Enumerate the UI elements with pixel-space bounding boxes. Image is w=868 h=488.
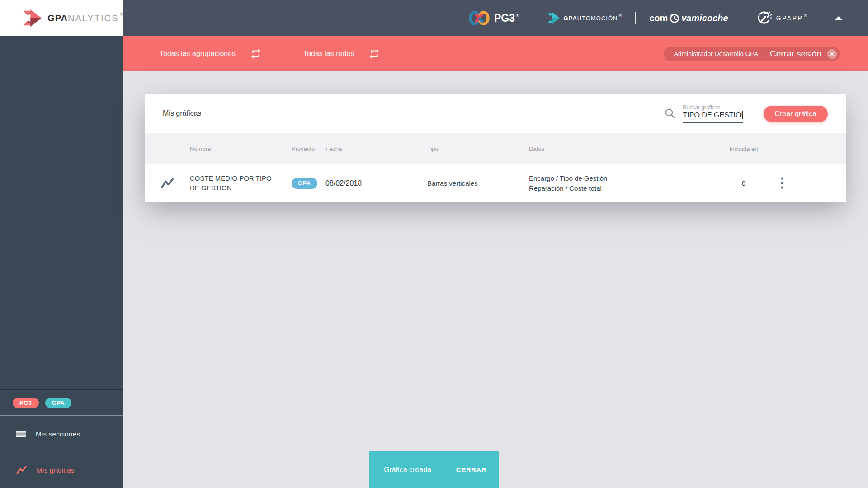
logo-reg-mark: ® — [120, 12, 123, 17]
sidebar-badges-row: PG3 GPA — [0, 389, 123, 415]
search-icon[interactable] — [664, 108, 676, 121]
header-divider — [821, 12, 821, 24]
comprova-pre: com — [649, 13, 668, 23]
col-header-nombre: Nombre — [190, 145, 292, 152]
gpa-analytics-wordmark: GPANALYTICS® — [47, 13, 123, 23]
collapse-arrow-icon[interactable] — [835, 16, 843, 20]
close-icon[interactable] — [827, 49, 837, 59]
comprova-mid: vami — [681, 13, 702, 23]
table-row[interactable]: COSTE MEDIO POR TIPO DE GESTION GPA 08/0… — [145, 164, 846, 202]
gpa-analytics-logo: GPANALYTICS® — [0, 0, 123, 36]
project-badge: GPA — [292, 178, 317, 189]
wrench-icon — [756, 10, 772, 26]
pg3-reg-mark: ® — [516, 14, 519, 18]
session-user-label: Administrador Desarrollo GPA — [674, 50, 758, 57]
filter-bar: Todas las agrupaciones Todas las redes A… — [123, 36, 868, 71]
chart-line-icon — [145, 178, 190, 189]
pg3-badge[interactable]: PG3 — [13, 398, 39, 408]
sidebar-item-label: Mis gráficas — [37, 466, 75, 474]
col-header-incluida-en: Incluida en — [719, 145, 769, 152]
create-chart-button[interactable]: Crear gráfica — [764, 106, 828, 122]
row-data-line2: Reparación / Coste total — [529, 184, 602, 192]
session-pill: Administrador Desarrollo GPA Cerrar sesi… — [664, 47, 840, 61]
header-divider — [533, 12, 533, 24]
gpapp-brand: GPAPP ® — [756, 10, 807, 26]
gpa-arrow-icon — [22, 6, 42, 30]
logout-button[interactable]: Cerrar sesión — [770, 49, 821, 59]
sidebar: PG3 GPA Mis secciones Mis gráficas — [0, 36, 123, 488]
search-field-label: Buscar gráficas — [683, 104, 743, 111]
pg3-brand: PG3 ® — [469, 10, 519, 26]
comprova-suf: coche — [702, 13, 728, 23]
header-divider — [635, 12, 636, 24]
charts-card: Mis gráficas Buscar gráficas Crear gráfi… — [145, 94, 846, 202]
row-project: GPA — [292, 178, 326, 189]
header-divider — [742, 12, 742, 24]
row-included-count: 0 — [719, 179, 769, 187]
page-title: Mis gráficas — [163, 109, 201, 117]
pg3-infinity-icon — [469, 10, 490, 26]
col-header-fecha: Fecha — [326, 145, 427, 152]
swap-groupings-icon[interactable] — [250, 48, 262, 60]
row-date: 08/02/2018 — [326, 179, 427, 188]
pg3-label: PG3 — [494, 12, 515, 24]
sidebar-item-label: Mis secciones — [36, 430, 80, 438]
clock-icon — [669, 13, 680, 23]
app-root: GPANALYTICS® PG3 ® GPAUTOMOCIÓN — [0, 0, 868, 488]
row-name: COSTE MEDIO POR TIPO DE GESTION — [190, 174, 292, 192]
col-header-tipo: Tipo — [427, 145, 529, 152]
row-data-line1: Encargo / Tipo de Gestión — [529, 174, 607, 182]
search-field-wrap: Buscar gráficas — [683, 104, 743, 123]
logo-text-light: NALYTICS — [68, 13, 118, 23]
comprovamicoche-brand: com vamicoche — [649, 13, 728, 23]
snackbar-message: Gráfica creada — [384, 466, 431, 474]
row-data: Encargo / Tipo de Gestión Reparación / C… — [529, 174, 719, 193]
networks-filter[interactable]: Todas las redes — [303, 50, 354, 58]
gpautomocion-label-bold: GPA — [564, 15, 577, 22]
card-header-actions: Buscar gráficas Crear gráfica — [664, 104, 828, 123]
groupings-filter[interactable]: Todas las agrupaciones — [160, 50, 236, 58]
card-header: Mis gráficas Buscar gráficas Crear gráfi… — [145, 94, 846, 133]
text-caret — [742, 111, 743, 119]
col-header-proyecto: Proyecto — [292, 145, 326, 152]
top-header-bar: PG3 ® GPAUTOMOCIÓN ® com vam — [123, 0, 868, 36]
gpautomocion-label: GPAUTOMOCIÓN — [564, 15, 618, 22]
gpapp-label: GPAPP — [776, 14, 803, 22]
sidebar-item-mis-secciones[interactable]: Mis secciones — [0, 415, 123, 452]
swap-networks-icon[interactable] — [368, 48, 380, 60]
gpa-badge[interactable]: GPA — [45, 398, 72, 408]
gpautomocion-brand: GPAUTOMOCIÓN ® — [547, 11, 622, 25]
snackbar: Gráfica creada CERRAR — [369, 451, 499, 488]
search-input[interactable] — [683, 111, 743, 123]
gpautomocion-label-rest: UTOMOCIÓN — [577, 15, 618, 22]
sidebar-item-mis-graficas[interactable]: Mis gráficas — [0, 452, 123, 488]
kebab-menu-icon[interactable] — [769, 177, 796, 190]
row-type: Barras verticales — [427, 179, 529, 187]
sidebar-bottom-menu: PG3 GPA Mis secciones Mis gráficas — [0, 389, 123, 488]
menu-icon — [16, 431, 26, 437]
gpapp-reg-mark: ® — [804, 14, 807, 18]
chart-line-icon — [16, 466, 27, 474]
snackbar-close-button[interactable]: CERRAR — [451, 462, 492, 477]
gpautomocion-reg-mark: ® — [618, 14, 622, 18]
comprovamicoche-wordmark: com vamicoche — [649, 13, 728, 23]
gpautomocion-arrow-icon — [547, 11, 560, 25]
table-header: Nombre Proyecto Fecha Tipo Datos Incluid… — [145, 133, 846, 164]
logo-text-bold: GPA — [47, 13, 68, 23]
col-header-datos: Datos — [529, 145, 719, 152]
